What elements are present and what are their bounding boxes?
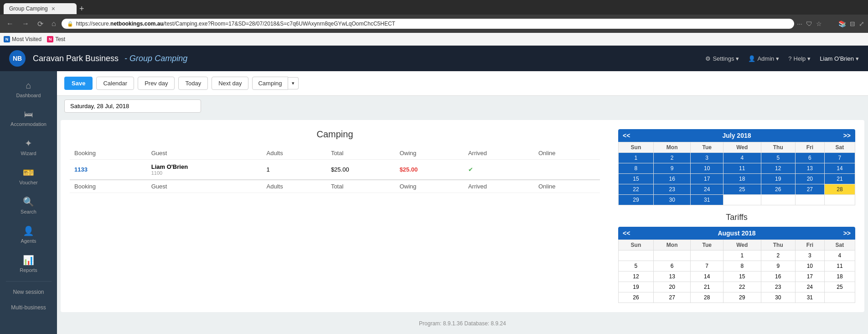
calendar-button[interactable]: Calendar: [96, 77, 134, 90]
calendar-day[interactable]: 3: [691, 153, 723, 163]
forward-button[interactable]: →: [19, 19, 32, 29]
calendar-day[interactable]: 27: [653, 292, 691, 303]
calendar-day[interactable]: 18: [824, 271, 855, 282]
user-name[interactable]: Liam O'Brien ▾: [820, 55, 859, 62]
calendar-day[interactable]: [619, 250, 654, 261]
calendar-day[interactable]: 21: [691, 282, 723, 292]
calendar-day[interactable]: 6: [795, 153, 824, 163]
calendar-day[interactable]: [824, 195, 855, 205]
next-day-button[interactable]: Next day: [212, 77, 248, 90]
sidebar-item-multi-business[interactable]: Multi-business: [0, 301, 57, 314]
calendar-day[interactable]: 19: [761, 174, 795, 184]
july-next-button[interactable]: >>: [843, 132, 851, 139]
calendar-day[interactable]: 16: [761, 271, 795, 282]
sidebar-item-search[interactable]: 🔍 Search: [0, 192, 57, 219]
library-icon[interactable]: 📚: [838, 20, 846, 27]
help-button[interactable]: ? Help ▾: [788, 55, 811, 62]
sidebar-item-new-session[interactable]: New session: [0, 285, 57, 299]
refresh-button[interactable]: ⟳: [35, 19, 46, 29]
calendar-day[interactable]: 21: [824, 174, 855, 184]
prev-day-button[interactable]: Prev day: [138, 77, 175, 90]
more-options-icon[interactable]: ···: [797, 20, 802, 27]
calendar-day[interactable]: 15: [619, 174, 654, 184]
calendar-day[interactable]: 10: [795, 261, 824, 271]
calendar-day[interactable]: 31: [795, 292, 824, 303]
calendar-day[interactable]: 13: [653, 271, 691, 282]
calendar-day[interactable]: 25: [723, 184, 761, 195]
calendar-day[interactable]: 15: [723, 271, 761, 282]
star-icon[interactable]: ☆: [816, 20, 822, 27]
tab-close-button[interactable]: ×: [52, 5, 55, 12]
calendar-day[interactable]: 6: [653, 261, 691, 271]
calendar-day[interactable]: 29: [619, 195, 654, 205]
calendar-day[interactable]: 12: [761, 163, 795, 174]
calendar-day[interactable]: [723, 195, 761, 205]
calendar-day[interactable]: 31: [691, 195, 723, 205]
camping-dropdown[interactable]: Camping ▾: [252, 77, 298, 90]
calendar-day[interactable]: 1: [619, 153, 654, 163]
calendar-day[interactable]: [795, 195, 824, 205]
calendar-day[interactable]: 7: [691, 261, 723, 271]
calendar-day[interactable]: 17: [691, 174, 723, 184]
sidebar-item-dashboard[interactable]: ⌂ Dashboard: [0, 76, 57, 103]
calendar-day[interactable]: 24: [691, 184, 723, 195]
calendar-day[interactable]: 10: [691, 163, 723, 174]
calendar-day[interactable]: 9: [761, 261, 795, 271]
calendar-day[interactable]: 20: [795, 174, 824, 184]
save-button[interactable]: Save: [64, 77, 93, 90]
calendar-day[interactable]: [761, 195, 795, 205]
august-next-button[interactable]: >>: [843, 230, 851, 237]
split-view-icon[interactable]: ⊟: [850, 20, 855, 27]
calendar-day[interactable]: 1: [723, 250, 761, 261]
sidebar-item-agents[interactable]: 👤 Agents: [0, 221, 57, 248]
calendar-day[interactable]: 14: [691, 271, 723, 282]
date-input[interactable]: [64, 99, 201, 113]
sidebar-item-accommodation[interactable]: 🛏 Accommodation: [0, 104, 57, 131]
new-tab-button[interactable]: +: [79, 4, 84, 14]
bookmark-test[interactable]: N Test: [47, 36, 65, 42]
booking-id-link[interactable]: 1133: [74, 166, 88, 173]
browser-tab[interactable]: Group Camping ×: [4, 3, 77, 14]
calendar-day[interactable]: 16: [653, 174, 691, 184]
calendar-day[interactable]: [691, 250, 723, 261]
calendar-day[interactable]: 9: [653, 163, 691, 174]
calendar-day[interactable]: 4: [824, 250, 855, 261]
home-button[interactable]: ⌂: [49, 19, 59, 29]
calendar-day[interactable]: 26: [619, 292, 654, 303]
calendar-day[interactable]: 17: [795, 271, 824, 282]
calendar-day[interactable]: 8: [723, 261, 761, 271]
calendar-day[interactable]: 30: [653, 195, 691, 205]
calendar-day[interactable]: 4: [723, 153, 761, 163]
camping-button[interactable]: Camping: [252, 77, 288, 90]
calendar-day[interactable]: 18: [723, 174, 761, 184]
calendar-day[interactable]: 2: [653, 153, 691, 163]
calendar-day[interactable]: 2: [761, 250, 795, 261]
calendar-day[interactable]: 28: [691, 292, 723, 303]
sidebar-item-reports[interactable]: 📊 Reports: [0, 250, 57, 277]
calendar-day[interactable]: 8: [619, 163, 654, 174]
sidebar-item-wizard[interactable]: ✦ Wizard: [0, 133, 57, 161]
settings-button[interactable]: ⚙ Settings ▾: [705, 55, 739, 62]
fullscreen-icon[interactable]: ⤢: [859, 20, 864, 27]
calendar-day[interactable]: 25: [824, 282, 855, 292]
calendar-day[interactable]: 29: [723, 292, 761, 303]
calendar-day[interactable]: 12: [619, 271, 654, 282]
calendar-day[interactable]: 5: [761, 153, 795, 163]
address-bar[interactable]: 🔒 https://secure.netbookings.com.au/test…: [62, 19, 795, 29]
sidebar-item-voucher[interactable]: 🎫 Voucher: [0, 162, 57, 190]
august-prev-button[interactable]: <<: [623, 230, 630, 237]
calendar-day[interactable]: 11: [723, 163, 761, 174]
calendar-day[interactable]: 28: [824, 184, 855, 195]
calendar-day[interactable]: 30: [761, 292, 795, 303]
bookmark-most-visited[interactable]: N Most Visited: [4, 36, 41, 42]
admin-button[interactable]: 👤 Admin ▾: [748, 55, 779, 62]
calendar-day[interactable]: 19: [619, 282, 654, 292]
back-button[interactable]: ←: [4, 19, 16, 29]
calendar-day[interactable]: 20: [653, 282, 691, 292]
calendar-day[interactable]: 22: [619, 184, 654, 195]
calendar-day[interactable]: [653, 250, 691, 261]
camping-dropdown-arrow[interactable]: ▾: [288, 77, 299, 89]
calendar-day[interactable]: 3: [795, 250, 824, 261]
today-button[interactable]: Today: [178, 77, 208, 90]
calendar-day[interactable]: 22: [723, 282, 761, 292]
